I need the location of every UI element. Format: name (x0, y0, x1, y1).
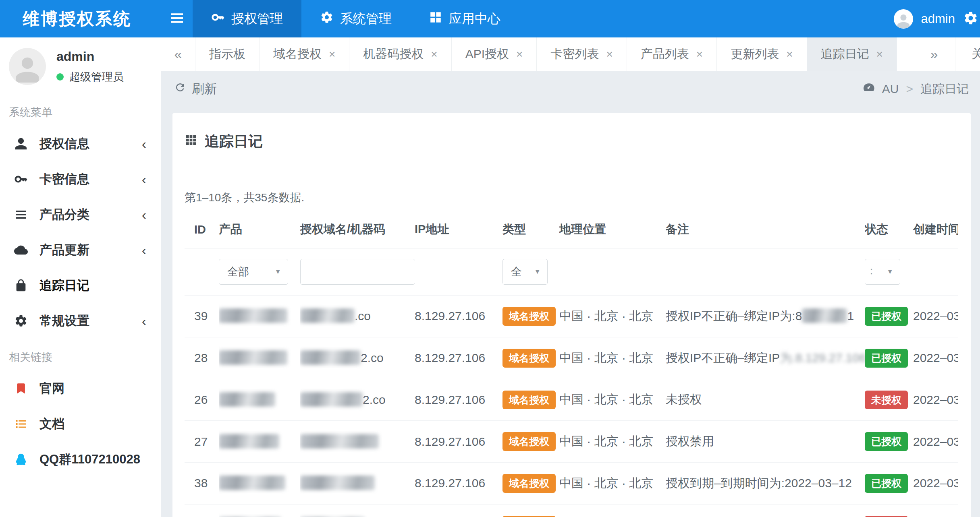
cell-type: 域名授权 (502, 504, 559, 517)
tab-label: 域名授权 (273, 46, 322, 62)
cloud-icon (13, 243, 29, 257)
filter-type-cell: 全 ▼ (502, 248, 559, 296)
filter-location-cell (559, 248, 666, 296)
cell-status: 已授权 (865, 296, 913, 337)
tab-产品列表[interactable]: 产品列表× (627, 37, 717, 71)
domain-filter-input[interactable] (300, 259, 415, 285)
cell-domain (300, 504, 415, 517)
sidebar-links: 官网 文档 QQ群1107210028 (0, 371, 161, 477)
filter-created-cell (913, 248, 958, 296)
sidebar-link-label: 文档 (39, 416, 64, 432)
tab-更新列表[interactable]: 更新列表× (717, 37, 807, 71)
tab-close-icon[interactable]: × (431, 48, 437, 61)
tab-追踪日记[interactable]: 追踪日记× (807, 37, 897, 71)
sidebar-item-常规设置[interactable]: 常规设置‹ (0, 303, 161, 339)
table-row: 26 2.co 8.129.27.106 域名授权 中国 · 北京 · 北京 未… (185, 379, 958, 421)
tab-close-icon[interactable]: × (516, 48, 523, 61)
cell-id: 27 (185, 421, 219, 463)
sidebar: admin 超级管理员 系统菜单 授权信息‹ 卡密信息‹ 产品分类‹ 产品更新‹… (0, 37, 161, 517)
cell-domain: 2.co (300, 337, 415, 379)
column-header-ID: ID (185, 213, 219, 248)
table-row: 27 8.129.27.106 域名授权 中国 · 北京 · 北京 授权禁用 已… (185, 421, 958, 463)
tabs-scroll-right-button[interactable]: » (913, 37, 955, 71)
sidebar-user-name: admin (56, 49, 124, 64)
nav-item-系统管理[interactable]: 系统管理 (301, 0, 410, 37)
tab-域名授权[interactable]: 域名授权× (260, 37, 349, 71)
close-tabs-button[interactable]: 关闭 (955, 37, 980, 71)
status-badge: 未授权 (865, 391, 908, 409)
refresh-icon (174, 81, 186, 97)
caret-down-icon: ▼ (534, 268, 541, 276)
sidebar-item-追踪日记[interactable]: 追踪日记 (0, 268, 161, 303)
user-name[interactable]: admin (921, 12, 955, 26)
cell-product (219, 379, 300, 421)
cell-type: 域名授权 (502, 337, 559, 379)
cell-ip: 8.129.27.106 (415, 379, 502, 421)
table-row: 28 2.co 8.129.27.106 域名授权 中国 · 北京 · 北京 授… (185, 337, 958, 379)
cell-location: 中国 · 北京 · 北京 (559, 421, 666, 463)
settings-gear-icon[interactable] (963, 10, 978, 27)
type-filter-select[interactable]: 全 ▼ (502, 259, 548, 285)
track-log-table: ID产品授权域名/机器码IP地址类型地理位置备注状态创建时间 全部 ▼ 全 ▼ … (185, 213, 958, 517)
type-badge: 域名授权 (502, 391, 556, 409)
sidebar-item-授权信息[interactable]: 授权信息‹ (0, 126, 161, 161)
user-avatar[interactable] (894, 9, 913, 29)
tab-close-icon[interactable]: × (696, 48, 703, 61)
filter-ip-cell (415, 248, 502, 296)
filter-domain-cell (300, 248, 415, 296)
nav-item-label: 授权管理 (231, 10, 283, 28)
table-row: 39 .co 8.129.27.106 域名授权 中国 · 北京 · 北京 授权… (185, 296, 958, 337)
remark-text: 1 (847, 309, 854, 323)
sidebar-item-卡密信息[interactable]: 卡密信息‹ (0, 161, 161, 197)
product-filter-select[interactable]: 全部 ▼ (219, 259, 288, 285)
sidebar-link-官网[interactable]: 官网 (0, 371, 161, 406)
pagination-summary: 第1–10条，共35条数据. (185, 190, 959, 205)
cell-remark: 授权禁用 (666, 421, 865, 463)
sidebar-link-label: 官网 (39, 380, 64, 397)
column-header-类型: 类型 (502, 213, 559, 248)
tab-卡密列表[interactable]: 卡密列表× (537, 37, 627, 71)
tab-label: 更新列表 (731, 46, 779, 62)
lock-icon (13, 279, 29, 292)
product-redacted-block (219, 434, 279, 449)
type-filter-value: 全 (511, 265, 522, 279)
domain-redacted-block (300, 308, 355, 323)
cell-domain: .co (300, 296, 415, 337)
gears-icon (13, 314, 29, 328)
breadcrumb-home[interactable]: AU (882, 82, 899, 96)
domain-redacted-block (300, 434, 379, 449)
tab-label: 追踪日记 (821, 46, 869, 62)
sidebar-link-文档[interactable]: 文档 (0, 406, 161, 442)
list-alt-icon (13, 417, 29, 431)
sidebar-toggle-button[interactable] (161, 0, 193, 37)
table-header-row: ID产品授权域名/机器码IP地址类型地理位置备注状态创建时间 (185, 213, 958, 248)
filter-remark-cell (666, 248, 865, 296)
tab-close-icon[interactable]: × (606, 48, 612, 61)
tab-close-icon[interactable]: × (329, 48, 335, 61)
tab-label: 指示板 (209, 46, 245, 62)
tab-close-icon[interactable]: × (786, 48, 793, 61)
filter-status-cell: ∶ ▼ (865, 248, 913, 296)
sidebar-item-产品更新[interactable]: 产品更新‹ (0, 232, 161, 268)
tab-指示板[interactable]: 指示板 (195, 37, 260, 71)
tabs-scroll-left-button[interactable]: « (161, 37, 195, 71)
tab-机器码授权[interactable]: 机器码授权× (349, 37, 451, 71)
cell-ip: 8.129.27.106 (415, 296, 502, 337)
sidebar-item-label: 卡密信息 (39, 171, 89, 188)
nav-item-应用中心[interactable]: 应用中心 (410, 0, 519, 37)
sidebar-link-QQ群1107210028[interactable]: QQ群1107210028 (0, 442, 161, 477)
tab-label: 机器码授权 (363, 46, 424, 62)
status-filter-select[interactable]: ∶ ▼ (865, 259, 900, 285)
tab-close-icon[interactable]: × (876, 48, 883, 61)
table-row: 38 8.129.27.106 域名授权 中国 · 北京 · 北京 授权到期–到… (185, 463, 958, 505)
nav-item-授权管理[interactable]: 授权管理 (193, 0, 301, 37)
refresh-button[interactable]: 刷新 (174, 81, 217, 97)
tab-API授权[interactable]: API授权× (452, 37, 537, 71)
sidebar-item-label: 产品分类 (39, 206, 89, 223)
remark-text: 授权IP不正确–绑定IP为:8 (666, 309, 802, 323)
cell-product (219, 504, 300, 517)
sidebar-item-产品分类[interactable]: 产品分类‹ (0, 197, 161, 232)
cell-domain (300, 463, 415, 505)
sidebar-user-role-label: 超级管理员 (69, 70, 124, 84)
cell-created: 2022–03 (913, 463, 958, 505)
